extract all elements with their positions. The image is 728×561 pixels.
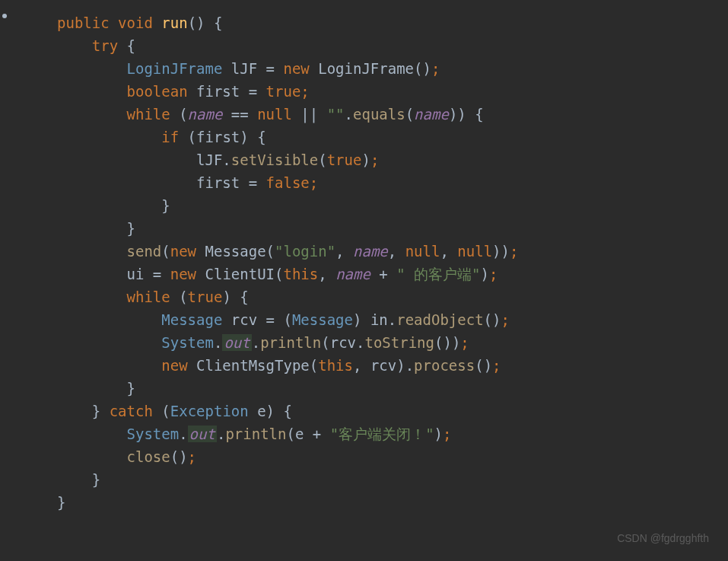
keyword-new: new (275, 60, 318, 77)
paren: ( (275, 266, 283, 282)
brace: } (57, 494, 65, 511)
semi: ; (460, 334, 469, 351)
code-line: Message rcv = (Message) in.readObject(); (161, 311, 510, 328)
parens: () (414, 60, 431, 77)
semi: ; (431, 60, 440, 77)
keyword-public: public (57, 14, 110, 31)
parens: () (434, 334, 452, 351)
method: readObject (396, 311, 483, 328)
code-line: lJF.setVisible(true); (196, 151, 379, 168)
paren: ) (353, 311, 361, 328)
paren: ) (266, 403, 275, 419)
var: rcv (330, 334, 356, 351)
code-line: try { (92, 37, 135, 54)
code-line: ui = new ClientUI(this, name + " 的客户端"); (127, 266, 498, 282)
code-line: public void run() { (57, 14, 222, 31)
brace: { (118, 37, 135, 54)
method: equals (353, 106, 405, 123)
method: process (414, 357, 475, 374)
keyword-while: while (127, 106, 170, 123)
keyword-true: true (327, 151, 362, 168)
paren: ( (179, 129, 196, 145)
dot: . (252, 334, 260, 351)
keyword-this: this (283, 266, 318, 282)
paren: ) (492, 243, 501, 260)
string: " 的客户端" (396, 266, 480, 282)
paren: ( (161, 403, 170, 419)
string: "login" (275, 243, 335, 260)
code-line: boolean first = true; (127, 83, 310, 100)
var: first (196, 129, 240, 145)
code-line: first = false; (196, 174, 318, 191)
paren: ( (286, 426, 294, 442)
paren: ( (161, 243, 170, 260)
paren: ) (222, 288, 230, 305)
keyword-null: null (457, 243, 492, 260)
dot: . (214, 334, 222, 351)
code-line: } (127, 380, 135, 397)
semi: ; (492, 357, 501, 374)
semi: ; (443, 426, 451, 442)
parens: () (484, 311, 501, 328)
string: "客户端关闭！" (321, 426, 434, 442)
keyword-false: false (257, 174, 310, 191)
paren: ( (405, 106, 414, 123)
brace: } (92, 471, 100, 488)
op: || (292, 106, 327, 123)
keyword-new: new (170, 243, 205, 260)
field: name (414, 106, 449, 123)
var: ui (127, 266, 153, 282)
code-line: if (first) { (161, 129, 265, 145)
brace: } (161, 197, 170, 214)
method: setVisible (231, 151, 318, 168)
paren: ( (321, 334, 329, 351)
semi: ; (501, 311, 510, 328)
watermark: CSDN @fgdrgghfth (617, 527, 709, 550)
code-line: } catch (Exception e) { (92, 403, 292, 419)
code-line: System.out.println(rcv.toString()); (161, 334, 469, 351)
method: close (127, 448, 170, 465)
equals: = (266, 60, 275, 77)
dot: . (222, 151, 230, 168)
var: rcv (222, 311, 265, 328)
brace: { (249, 129, 266, 145)
breakpoint-marker[interactable] (2, 14, 7, 18)
brace: { (231, 288, 249, 305)
plus: + (370, 266, 396, 282)
code-line: while (true) { (127, 288, 249, 305)
paren: ( (170, 106, 188, 123)
method: toString (364, 334, 434, 351)
brace: } (127, 380, 135, 397)
code-line: LoginJFrame lJF = new LoginJFrame(); (127, 60, 440, 77)
keyword-null: null (257, 106, 292, 123)
comma: , (353, 357, 370, 374)
paren: ) (361, 151, 370, 168)
paren: ) (457, 106, 466, 123)
comma: , (318, 266, 335, 282)
ctor: ClientMsgType (196, 357, 310, 374)
cast-type: Message (292, 311, 353, 328)
paren: ( (266, 243, 275, 260)
code-line: while (name == null || "".equals(name)) … (127, 106, 484, 123)
paren: ) (452, 334, 460, 351)
dot: . (179, 426, 187, 442)
keyword-true: true (188, 288, 223, 305)
code-line: } (92, 471, 100, 488)
ctor: LoginJFrame (318, 60, 414, 77)
code-line: System.out.println(e + "客户端关闭！"); (127, 426, 452, 442)
code-editor[interactable]: public void run() { try { LoginJFrame lJ… (0, 11, 728, 514)
field: name (188, 106, 223, 123)
field: name (335, 266, 370, 282)
equals: = (266, 311, 275, 328)
paren: ( (275, 311, 292, 328)
comma: , (335, 243, 353, 260)
method-name: run (161, 14, 187, 31)
paren: ) (434, 426, 443, 442)
equals: = (249, 83, 257, 100)
paren: ) (449, 106, 457, 123)
type: LoginJFrame (127, 60, 223, 77)
brace: } (127, 220, 135, 237)
dot: . (388, 311, 396, 328)
keyword-catch: catch (100, 403, 161, 419)
var: lJF (196, 151, 222, 168)
